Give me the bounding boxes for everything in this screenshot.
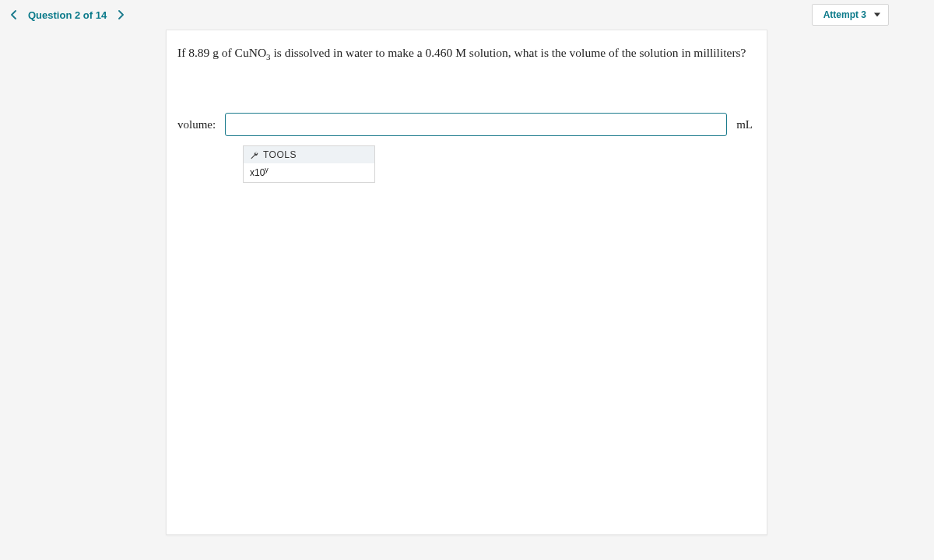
tools-panel: TOOLS x10y [243, 145, 375, 183]
tool-superscript: y [265, 166, 269, 173]
question-card: If 8.89 g of CuNO3 is dissolved in water… [166, 30, 767, 535]
question-prefix: If 8.89 g of CuNO [177, 46, 266, 59]
answer-row: volume: mL [167, 63, 767, 136]
chevron-right-icon [118, 10, 124, 19]
question-text: If 8.89 g of CuNO3 is dissolved in water… [167, 30, 767, 63]
tools-header-label: TOOLS [263, 149, 297, 160]
caret-down-icon [874, 13, 880, 17]
question-counter: Question 2 of 14 [28, 9, 107, 21]
chevron-left-icon [11, 10, 17, 19]
attempt-dropdown[interactable]: Attempt 3 [812, 4, 889, 26]
answer-unit: mL [736, 118, 756, 131]
tools-header: TOOLS [244, 146, 374, 163]
attempt-label: Attempt 3 [823, 9, 866, 20]
nav-left: Question 2 of 14 [6, 7, 128, 23]
scientific-notation-tool[interactable]: x10y [244, 163, 374, 182]
volume-input[interactable] [225, 113, 727, 136]
question-suffix: is dissolved in water to make a 0.460 M … [271, 46, 746, 59]
answer-label: volume: [177, 118, 216, 131]
next-question-button[interactable] [113, 7, 128, 23]
tool-prefix: x10 [250, 167, 265, 178]
prev-question-button[interactable] [6, 7, 22, 23]
wrench-icon [250, 151, 258, 159]
page-header: Question 2 of 14 Attempt 3 [0, 0, 934, 30]
